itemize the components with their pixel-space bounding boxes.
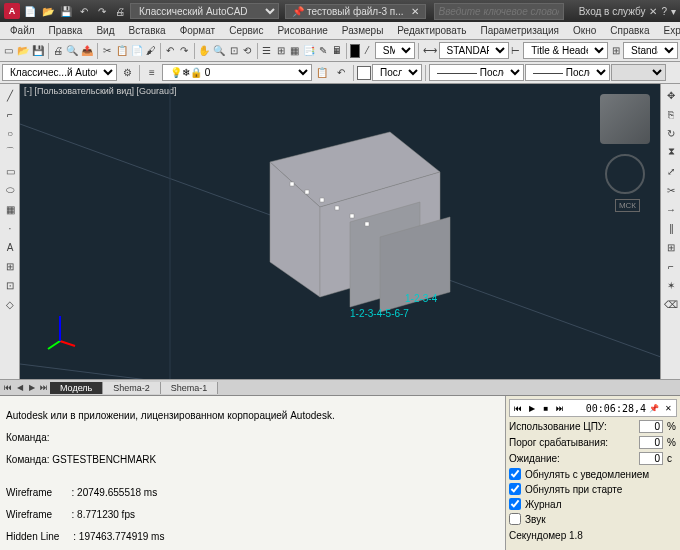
textstyle-combo[interactable]: Standard [623, 42, 678, 59]
layer-props-btn[interactable]: ≡ [143, 64, 161, 82]
menu-help[interactable]: Справка [604, 23, 655, 38]
rect-tool[interactable]: ▭ [1, 162, 19, 180]
sheetset-btn[interactable]: 📑 [302, 42, 316, 60]
explode-tool[interactable]: ✶ [662, 276, 680, 294]
play-icon[interactable]: ▶ [526, 402, 538, 414]
dimstyle-combo[interactable]: STANDARD [439, 42, 509, 59]
nav-wheel[interactable] [605, 154, 645, 194]
circle-tool[interactable]: ○ [1, 124, 19, 142]
line-tool[interactable]: ╱ [1, 86, 19, 104]
tab-prev-icon[interactable]: ◀ [14, 382, 26, 394]
signin-link[interactable]: Вход в службу [579, 6, 646, 17]
qcalc-btn[interactable]: 🖩 [331, 42, 344, 60]
viewcube[interactable] [600, 94, 650, 144]
array-tool[interactable]: ⊞ [662, 238, 680, 256]
new-btn[interactable]: ▭ [2, 42, 15, 60]
app-icon[interactable]: A [4, 3, 20, 19]
trim-tool[interactable]: ✂ [662, 181, 680, 199]
dim2-btn[interactable]: ⊢ [510, 42, 523, 60]
color-swatch[interactable] [357, 66, 371, 80]
layer-state-btn[interactable]: 📋 [313, 64, 331, 82]
publish-btn[interactable]: 📤 [80, 42, 94, 60]
undo-btn[interactable]: ↶ [164, 42, 177, 60]
print-btn[interactable]: 🖨 [51, 42, 64, 60]
menu-parametric[interactable]: Параметризация [474, 23, 565, 38]
menu-file[interactable]: Файл [4, 23, 41, 38]
fillet-tool[interactable]: ⌐ [662, 257, 680, 275]
menu-format[interactable]: Формат [174, 23, 222, 38]
menu-express[interactable]: Express [658, 23, 680, 38]
menu-tools[interactable]: Сервис [223, 23, 269, 38]
menu-window[interactable]: Окно [567, 23, 602, 38]
ws-settings-btn[interactable]: ⚙ [118, 64, 136, 82]
wcs-label[interactable]: МСК [615, 199, 640, 212]
save-btn[interactable]: 💾 [31, 42, 45, 60]
zoom-btn[interactable]: 🔍 [212, 42, 226, 60]
check-reset-start[interactable]: Обнулять при старте [509, 483, 677, 495]
layer-combo[interactable]: 💡❄🔒 0 [162, 64, 312, 81]
linetype-combo[interactable]: После [372, 64, 422, 81]
check-log[interactable]: Журнал [509, 498, 677, 510]
workspace-dropdown[interactable]: Классический AutoCAD [130, 3, 279, 19]
menu-dimension[interactable]: Размеры [336, 23, 390, 38]
text-tool[interactable]: A [1, 238, 19, 256]
minimize-icon[interactable]: ▾ [671, 6, 676, 17]
rotate-tool[interactable]: ↻ [662, 124, 680, 142]
preview-btn[interactable]: 🔍 [65, 42, 79, 60]
polyline-tool[interactable]: ⌐ [1, 105, 19, 123]
workspace-combo2[interactable]: Классичес...й AutoCAI [2, 64, 117, 81]
zoom-prev-btn[interactable]: ⟲ [241, 42, 254, 60]
layout-tab-2[interactable]: Shema-1 [161, 382, 219, 394]
pan-btn[interactable]: ✋ [197, 42, 211, 60]
redo-icon[interactable]: ↷ [94, 3, 110, 19]
viewport[interactable]: [-] [Пользовательский вид] [Gouraud] [20, 84, 660, 379]
help-icon[interactable]: ? [661, 6, 667, 17]
ffwd-icon[interactable]: ⏭ [554, 402, 566, 414]
paste-btn[interactable]: 📄 [130, 42, 144, 60]
tab-first-icon[interactable]: ⏮ [2, 382, 14, 394]
extend-tool[interactable]: → [662, 200, 680, 218]
arc-tool[interactable]: ⌒ [1, 143, 19, 161]
pin-icon[interactable]: 📌 [648, 402, 660, 414]
table-btn[interactable]: ⊞ [609, 42, 622, 60]
copy-tool[interactable]: ⎘ [662, 105, 680, 123]
color-fore[interactable] [350, 44, 360, 58]
rewind-icon[interactable]: ⏮ [512, 402, 524, 414]
tab-last-icon[interactable]: ⏭ [38, 382, 50, 394]
move-tool[interactable]: ✥ [662, 86, 680, 104]
transp-combo[interactable] [611, 64, 666, 81]
check-notify[interactable]: Обнулять с уведомлением [509, 468, 677, 480]
close-file-icon[interactable]: ✕ [411, 6, 419, 17]
print-icon[interactable]: 🖨 [112, 3, 128, 19]
properties-btn[interactable]: ☰ [260, 42, 273, 60]
save-icon[interactable]: 💾 [58, 3, 74, 19]
offset-tool[interactable]: ‖ [662, 219, 680, 237]
menu-edit[interactable]: Правка [43, 23, 89, 38]
open-btn[interactable]: 📂 [16, 42, 30, 60]
menu-draw[interactable]: Рисование [271, 23, 333, 38]
wait-value[interactable]: 0 [639, 452, 663, 465]
erase-tool[interactable]: ⌫ [662, 295, 680, 313]
copy-btn[interactable]: 📋 [115, 42, 129, 60]
match-btn[interactable]: 🖌 [145, 42, 158, 60]
tab-next-icon[interactable]: ▶ [26, 382, 38, 394]
redo-btn[interactable]: ↷ [178, 42, 191, 60]
plotstyle-combo[interactable]: ——— После [525, 64, 610, 81]
open-icon[interactable]: 📂 [40, 3, 56, 19]
lineweight-combo[interactable]: ———— После [429, 64, 524, 81]
menu-modify[interactable]: Редактировать [391, 23, 472, 38]
dim-btn[interactable]: ⟷ [422, 42, 438, 60]
ellipse-tool[interactable]: ⬭ [1, 181, 19, 199]
point-tool[interactable]: · [1, 219, 19, 237]
sm-combo[interactable]: SM [375, 42, 415, 59]
command-history[interactable]: Autodesk или в приложении, лицензированн… [0, 396, 505, 550]
block-tool[interactable]: ⊞ [1, 257, 19, 275]
exchange-icon[interactable]: ✕ [649, 6, 657, 17]
layout-tab-1[interactable]: Shema-2 [103, 382, 161, 394]
markup-btn[interactable]: ✎ [317, 42, 330, 60]
check-sound[interactable]: Звук [509, 513, 677, 525]
model-tab[interactable]: Модель [50, 382, 103, 394]
line-btn[interactable]: ∕ [361, 42, 374, 60]
scale-tool[interactable]: ⤢ [662, 162, 680, 180]
threshold-value[interactable]: 0 [639, 436, 663, 449]
